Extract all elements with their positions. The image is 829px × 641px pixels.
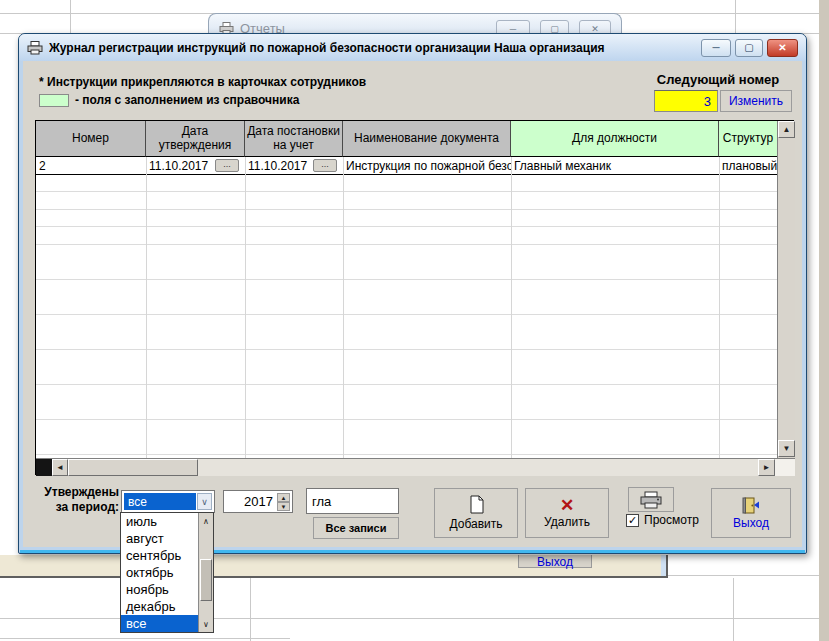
register-date-picker-button[interactable]: ... xyxy=(313,159,337,172)
period-label: Утверждены за период: xyxy=(37,485,119,515)
next-number-value: 3 xyxy=(654,90,718,112)
scroll-down-icon[interactable]: ▼ xyxy=(778,440,795,457)
cell-position: Главный механик xyxy=(511,157,719,174)
chevron-down-icon[interactable]: ∨ xyxy=(197,493,212,510)
month-dropdown-list: июль август сентябрь октябрь ноябрь дека… xyxy=(120,512,214,633)
note-text: * Инструкции прикрепляются в карточках с… xyxy=(39,75,366,89)
registry-table: Номер Дата утверждения Дата постановки н… xyxy=(35,120,794,475)
desktop-background: Отчеты ─ ▢ ✕ Выход Журнал регистрации ин… xyxy=(0,0,829,641)
dialog-maximize-button[interactable]: ▢ xyxy=(735,39,763,57)
all-records-button[interactable]: Все записи xyxy=(313,517,399,539)
column-header-register-date: Дата постановки на учет xyxy=(245,121,343,157)
table-horizontal-scrollbar[interactable]: ◄ ► xyxy=(36,458,795,476)
change-number-button[interactable]: Изменить xyxy=(720,90,792,112)
reports-window-client-strip: Выход xyxy=(0,555,668,578)
column-separator xyxy=(245,157,246,458)
delete-x-icon: ✕ xyxy=(560,497,574,515)
scroll-right-icon[interactable]: ► xyxy=(758,459,775,476)
next-number-label: Следующий номер xyxy=(623,72,813,87)
scrollbar-corner xyxy=(775,459,795,476)
column-header-structure: Структур xyxy=(719,121,777,157)
year-stepper[interactable]: 2017 ▲ ▼ xyxy=(223,490,293,513)
column-header-position: Для должности xyxy=(511,121,719,157)
excel-gridline xyxy=(668,575,829,576)
list-down-icon[interactable]: ∨ xyxy=(199,616,213,632)
preview-option[interactable]: ✓ Просмотр xyxy=(626,513,699,527)
cell-number: 2 xyxy=(36,157,146,174)
dialog-close-button[interactable]: ✕ xyxy=(767,39,798,57)
window-border xyxy=(661,555,666,576)
legend-text: - поля с заполнением из справочника xyxy=(75,93,299,107)
exit-button[interactable]: Выход xyxy=(711,488,791,538)
dropdown-scroll-thumb[interactable] xyxy=(200,559,212,601)
table-empty-rows xyxy=(36,175,777,458)
cell-structure: плановый xyxy=(719,157,777,174)
excel-gridline xyxy=(733,578,734,641)
column-header-approve-date: Дата утверждения xyxy=(146,121,245,157)
month-option[interactable]: ноябрь xyxy=(121,581,198,598)
background-exit-button[interactable]: Выход xyxy=(518,555,592,568)
excel-gridline xyxy=(70,0,71,33)
month-combobox[interactable]: все ∨ xyxy=(121,490,215,513)
preview-checkbox[interactable]: ✓ xyxy=(626,514,639,527)
column-separator xyxy=(719,157,720,458)
add-button-label: Добавить xyxy=(449,517,502,531)
approve-date-picker-button[interactable]: ... xyxy=(215,159,239,172)
column-separator xyxy=(511,157,512,458)
year-value: 2017 xyxy=(244,494,273,509)
dialog-client-area: * Инструкции прикрепляются в карточках с… xyxy=(23,61,802,547)
month-option[interactable]: декабрь xyxy=(121,598,198,615)
cell-document-name: Инструкция по пожарной безопа xyxy=(343,157,511,174)
delete-button-label: Удалить xyxy=(544,515,590,529)
printer-icon xyxy=(639,491,663,509)
period-label-line1: Утверждены xyxy=(37,485,119,500)
list-up-icon[interactable]: ∧ xyxy=(199,513,213,529)
month-option[interactable]: октябрь xyxy=(121,564,198,581)
table-row[interactable]: 2 11.10.2017 ... 11.10.2017 ... Инструкц… xyxy=(36,157,777,175)
delete-button[interactable]: ✕ Удалить xyxy=(525,488,609,538)
column-header-number: Номер xyxy=(36,121,146,157)
dropdown-scrollbar[interactable]: ∧ ∨ xyxy=(198,513,213,632)
dialog-titlebar[interactable]: Журнал регистрации инструкций по пожарно… xyxy=(19,34,806,61)
excel-gridline xyxy=(735,0,736,33)
row-indicator-square xyxy=(36,459,52,476)
month-option[interactable]: сентябрь xyxy=(121,547,198,564)
spin-up-icon[interactable]: ▲ xyxy=(277,493,290,502)
spin-down-icon[interactable]: ▼ xyxy=(277,502,290,511)
hscroll-thumb[interactable] xyxy=(68,459,198,476)
scroll-up-icon[interactable]: ▲ xyxy=(778,121,795,138)
table-vertical-scrollbar[interactable]: ▲ ▼ xyxy=(777,121,795,458)
print-button[interactable] xyxy=(628,487,674,512)
dialog-app-icon xyxy=(27,41,43,55)
column-header-document: Наименование документа xyxy=(343,121,511,157)
search-input[interactable]: гла xyxy=(306,488,399,514)
period-label-line2: за период: xyxy=(37,500,119,515)
preview-label: Просмотр xyxy=(644,513,699,527)
excel-gridline xyxy=(250,578,251,641)
month-selected-value: все xyxy=(124,493,196,510)
exit-button-label: Выход xyxy=(733,516,769,530)
add-button[interactable]: Добавить xyxy=(434,488,518,538)
journal-dialog: Журнал регистрации инструкций по пожарно… xyxy=(18,33,807,554)
new-document-icon xyxy=(469,495,484,514)
month-option[interactable]: август xyxy=(121,530,198,547)
dialog-minimize-button[interactable]: ─ xyxy=(701,39,731,57)
month-option[interactable]: июль xyxy=(121,513,198,530)
desktop-right-strip xyxy=(819,0,829,641)
column-separator xyxy=(146,157,147,458)
excel-gridline xyxy=(0,638,290,639)
month-option-selected[interactable]: все xyxy=(121,615,198,632)
legend-color-swatch xyxy=(39,94,69,107)
scroll-left-icon[interactable]: ◄ xyxy=(52,459,68,476)
dialog-title: Журнал регистрации инструкций по пожарно… xyxy=(49,41,691,55)
exit-door-icon xyxy=(742,497,760,514)
column-separator xyxy=(343,157,344,458)
